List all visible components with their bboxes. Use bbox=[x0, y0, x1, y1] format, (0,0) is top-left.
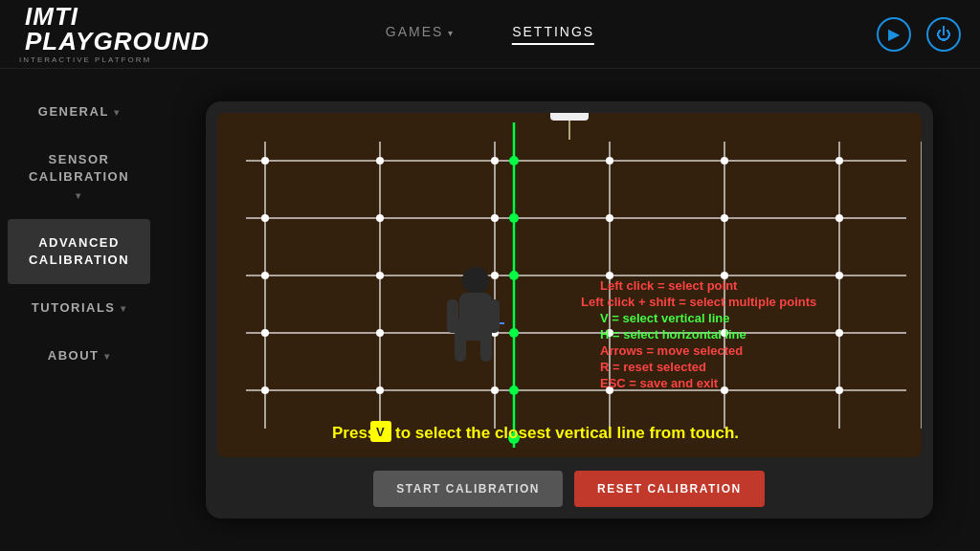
svg-text:Left click = select point: Left click = select point bbox=[600, 278, 738, 293]
svg-point-27 bbox=[721, 214, 728, 222]
svg-point-20 bbox=[721, 157, 728, 165]
svg-text:to select the closest vertical: to select the closest vertical line from… bbox=[395, 424, 739, 442]
svg-point-45 bbox=[491, 386, 499, 394]
svg-point-43 bbox=[261, 386, 269, 394]
svg-text:H = select horizontal line: H = select horizontal line bbox=[600, 327, 746, 342]
sidebar-item-about[interactable]: ABOUT ▾ bbox=[8, 332, 150, 380]
svg-point-28 bbox=[835, 214, 843, 222]
svg-text:R = reset selected: R = reset selected bbox=[600, 360, 706, 374]
main-nav: GAMES ▾ SETTINGS bbox=[386, 24, 594, 45]
sidebar-item-tutorials[interactable]: TUTORIALS ▾ bbox=[8, 284, 150, 332]
app-subtitle: INTERACTIVE PLATFORM bbox=[19, 55, 172, 64]
svg-point-23 bbox=[376, 214, 384, 222]
light-beam bbox=[568, 121, 570, 140]
reset-calibration-button[interactable]: RESET CALIBRATION bbox=[574, 471, 765, 507]
start-calibration-button[interactable]: START CALIBRATION bbox=[373, 471, 563, 507]
nav-games[interactable]: GAMES ▾ bbox=[386, 24, 455, 45]
app-title: IMTI PLAYGROUND bbox=[25, 4, 210, 54]
svg-rect-58 bbox=[447, 299, 458, 333]
svg-text:ESC = save and exit: ESC = save and exit bbox=[600, 376, 719, 390]
power-button[interactable]: ⏻ bbox=[926, 17, 961, 52]
svg-point-25 bbox=[509, 213, 519, 223]
svg-point-39 bbox=[509, 328, 519, 338]
button-row: START CALIBRATION RESET CALIBRATION bbox=[217, 471, 922, 507]
ceiling-light bbox=[550, 113, 589, 121]
svg-point-21 bbox=[835, 157, 843, 165]
sidebar: GENERAL ▾ SENSOR CALIBRATION ▾ ADVANCED … bbox=[0, 69, 158, 551]
svg-text:Left click + shift = select mu: Left click + shift = select multiple poi… bbox=[581, 295, 816, 309]
svg-point-24 bbox=[491, 214, 499, 222]
svg-point-35 bbox=[835, 272, 843, 279]
svg-point-54 bbox=[462, 267, 489, 294]
svg-text:Arrows = move selected: Arrows = move selected bbox=[600, 343, 743, 358]
svg-point-30 bbox=[376, 272, 384, 279]
svg-point-36 bbox=[261, 329, 269, 337]
logo-squares bbox=[19, 20, 21, 37]
svg-point-32 bbox=[509, 271, 519, 280]
sidebar-item-general[interactable]: GENERAL ▾ bbox=[8, 88, 150, 136]
device-frame: Left click = select point Left click + s… bbox=[206, 101, 933, 518]
svg-point-29 bbox=[261, 272, 269, 279]
play-button[interactable]: ▶ bbox=[877, 17, 911, 52]
svg-text:V: V bbox=[376, 425, 385, 439]
svg-point-46 bbox=[509, 386, 519, 395]
svg-point-31 bbox=[491, 272, 499, 279]
calibration-screen: Left click = select point Left click + s… bbox=[217, 113, 922, 457]
svg-rect-1 bbox=[217, 113, 922, 457]
svg-point-42 bbox=[835, 329, 843, 337]
svg-point-37 bbox=[376, 329, 384, 337]
sidebar-item-sensor-calibration[interactable]: SENSOR CALIBRATION ▾ bbox=[8, 136, 150, 219]
nav-settings[interactable]: SETTINGS bbox=[512, 24, 594, 45]
sidebar-item-advanced-calibration[interactable]: ADVANCED CALIBRATION bbox=[8, 219, 150, 284]
svg-point-16 bbox=[376, 157, 384, 165]
svg-text:Press: Press bbox=[332, 424, 376, 442]
header: IMTI PLAYGROUND INTERACTIVE PLATFORM GAM… bbox=[0, 0, 980, 69]
main-content: GENERAL ▾ SENSOR CALIBRATION ▾ ADVANCED … bbox=[0, 69, 980, 551]
svg-rect-59 bbox=[488, 299, 500, 333]
svg-point-49 bbox=[835, 386, 843, 394]
svg-point-17 bbox=[491, 157, 499, 165]
svg-point-22 bbox=[261, 214, 269, 222]
svg-point-15 bbox=[261, 157, 269, 165]
svg-point-18 bbox=[509, 156, 519, 165]
calibration-grid: Left click = select point Left click + s… bbox=[217, 113, 922, 457]
svg-text:V = select vertical line: V = select vertical line bbox=[600, 311, 730, 325]
svg-point-19 bbox=[606, 157, 613, 165]
logo-area: IMTI PLAYGROUND INTERACTIVE PLATFORM bbox=[19, 4, 172, 64]
svg-point-26 bbox=[606, 214, 613, 222]
svg-point-48 bbox=[721, 386, 728, 394]
header-actions: ▶ ⏻ bbox=[877, 17, 961, 52]
content-area: Left click = select point Left click + s… bbox=[158, 69, 980, 551]
svg-point-44 bbox=[376, 386, 384, 394]
